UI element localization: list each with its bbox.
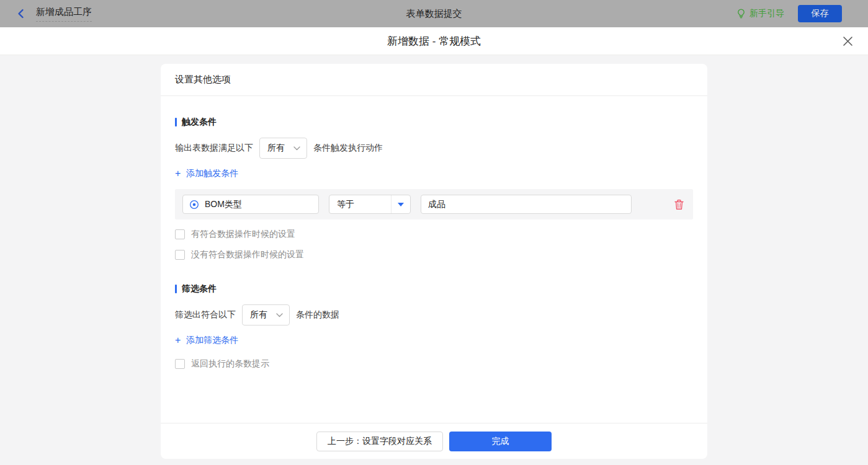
add-filter-condition-label: 添加筛选条件	[186, 335, 238, 346]
checkbox-icon	[175, 359, 185, 369]
filter-match-select-value: 所有	[250, 309, 267, 321]
beginner-guide-label: 新手引导	[749, 8, 784, 19]
add-trigger-condition-label: 添加触发条件	[186, 168, 238, 179]
close-icon[interactable]	[841, 35, 854, 47]
save-button[interactable]: 保存	[798, 5, 842, 22]
card-body: 触发条件 输出表数据满足以下 所有 条件触发执行动作 + 添加触发条件	[161, 96, 707, 423]
condition-value-input[interactable]	[421, 195, 632, 214]
trigger-section-label: 触发条件	[182, 117, 217, 128]
condition-field-select[interactable]: BOM类型	[182, 195, 319, 214]
caret-down-icon	[391, 195, 410, 213]
top-bar: 新增成品工序 表单数据提交 新手引导 保存	[0, 0, 868, 27]
lightbulb-icon	[736, 9, 746, 19]
trigger-match-select[interactable]: 所有	[259, 138, 307, 159]
filter-sentence: 筛选出符合以下 所有 条件的数据	[175, 304, 693, 326]
checkbox-match-settings-label: 有符合数据操作时候的设置	[191, 229, 295, 240]
filter-section: 筛选条件 筛选出符合以下 所有 条件的数据 + 添加筛选条件	[175, 283, 693, 370]
filter-match-select[interactable]: 所有	[242, 304, 290, 326]
card-header: 设置其他选项	[161, 64, 707, 96]
trigger-sentence-suffix: 条件触发执行动作	[313, 143, 383, 154]
flow-title[interactable]: 新增成品工序	[36, 6, 92, 22]
back-chevron-icon[interactable]	[15, 7, 27, 20]
checkbox-icon	[175, 250, 185, 260]
chevron-down-icon	[276, 313, 283, 317]
checkbox-no-match-settings[interactable]: 没有符合数据操作时候的设置	[175, 249, 693, 260]
filter-sentence-prefix: 筛选出符合以下	[175, 309, 236, 321]
modal-body: 设置其他选项 触发条件 输出表数据满足以下 所有 条件触发执行动作 +	[0, 64, 868, 465]
plus-icon: +	[175, 169, 181, 179]
section-accent-bar	[175, 118, 177, 126]
options-card: 设置其他选项 触发条件 输出表数据满足以下 所有 条件触发执行动作 +	[161, 64, 707, 459]
trigger-section-title: 触发条件	[175, 117, 693, 128]
beginner-guide-link[interactable]: 新手引导	[736, 8, 784, 19]
radio-field-icon	[189, 200, 199, 210]
condition-operator-select[interactable]: 等于	[329, 195, 411, 214]
previous-step-button[interactable]: 上一步：设置字段对应关系	[316, 432, 443, 451]
trash-icon[interactable]	[673, 199, 684, 210]
trigger-sentence: 输出表数据满足以下 所有 条件触发执行动作	[175, 138, 693, 159]
checkbox-icon	[175, 229, 185, 239]
checkbox-count-tip-label: 返回执行的条数提示	[191, 358, 269, 370]
checkbox-match-settings[interactable]: 有符合数据操作时候的设置	[175, 229, 693, 240]
checkbox-count-tip[interactable]: 返回执行的条数提示	[175, 358, 693, 370]
checkbox-no-match-settings-label: 没有符合数据操作时候的设置	[191, 249, 304, 260]
chevron-down-icon	[293, 146, 300, 151]
card-footer: 上一步：设置字段对应关系 完成	[161, 423, 707, 459]
filter-section-label: 筛选条件	[182, 283, 217, 294]
condition-field-value: BOM类型	[205, 199, 242, 210]
done-button[interactable]: 完成	[449, 432, 552, 451]
trigger-sentence-prefix: 输出表数据满足以下	[175, 143, 253, 154]
condition-operator-value: 等于	[329, 199, 391, 210]
node-title: 表单数据提交	[406, 8, 462, 20]
trigger-condition-row: BOM类型 等于	[175, 189, 693, 219]
filter-section-title: 筛选条件	[175, 283, 693, 294]
section-accent-bar	[175, 285, 177, 293]
add-trigger-condition-link[interactable]: + 添加触发条件	[175, 168, 238, 179]
filter-sentence-suffix: 条件的数据	[296, 309, 339, 321]
trigger-match-select-value: 所有	[267, 143, 285, 154]
topbar-actions: 新手引导 保存	[736, 5, 842, 22]
modal-header: 新增数据 - 常规模式	[0, 27, 868, 55]
modal-title: 新增数据 - 常规模式	[387, 34, 481, 48]
plus-icon: +	[175, 335, 181, 345]
add-filter-condition-link[interactable]: + 添加筛选条件	[175, 335, 238, 346]
card-header-title: 设置其他选项	[175, 74, 231, 86]
